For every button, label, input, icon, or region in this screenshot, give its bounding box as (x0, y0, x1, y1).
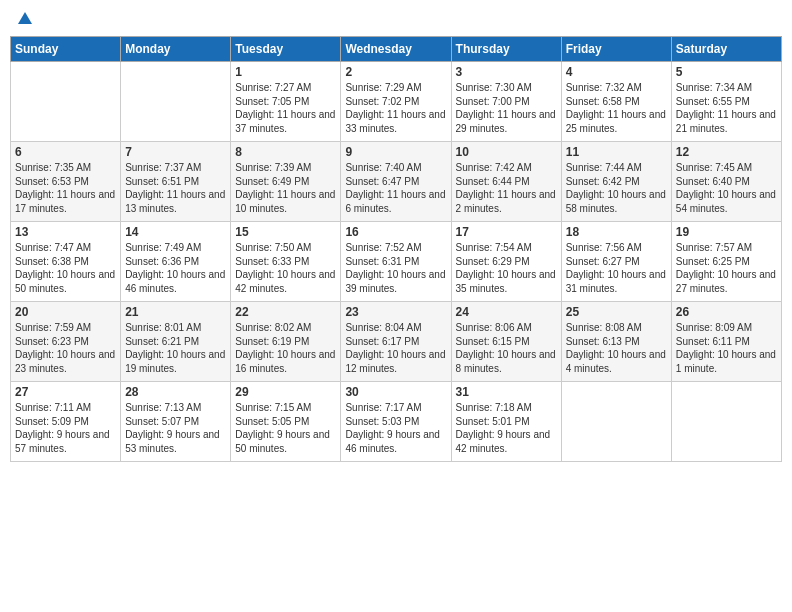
day-number: 1 (235, 65, 336, 79)
day-number: 23 (345, 305, 446, 319)
calendar-cell: 26Sunrise: 8:09 AMSunset: 6:11 PMDayligh… (671, 302, 781, 382)
day-info: Sunrise: 7:54 AMSunset: 6:29 PMDaylight:… (456, 241, 557, 295)
calendar-cell: 12Sunrise: 7:45 AMSunset: 6:40 PMDayligh… (671, 142, 781, 222)
calendar-cell: 5Sunrise: 7:34 AMSunset: 6:55 PMDaylight… (671, 62, 781, 142)
day-info: Sunrise: 7:56 AMSunset: 6:27 PMDaylight:… (566, 241, 667, 295)
calendar-cell: 31Sunrise: 7:18 AMSunset: 5:01 PMDayligh… (451, 382, 561, 462)
day-number: 14 (125, 225, 226, 239)
calendar-cell: 11Sunrise: 7:44 AMSunset: 6:42 PMDayligh… (561, 142, 671, 222)
day-number: 20 (15, 305, 116, 319)
day-info: Sunrise: 7:59 AMSunset: 6:23 PMDaylight:… (15, 321, 116, 375)
calendar-cell: 20Sunrise: 7:59 AMSunset: 6:23 PMDayligh… (11, 302, 121, 382)
day-info: Sunrise: 7:57 AMSunset: 6:25 PMDaylight:… (676, 241, 777, 295)
day-number: 9 (345, 145, 446, 159)
day-info: Sunrise: 7:52 AMSunset: 6:31 PMDaylight:… (345, 241, 446, 295)
day-info: Sunrise: 8:04 AMSunset: 6:17 PMDaylight:… (345, 321, 446, 375)
calendar-cell: 2Sunrise: 7:29 AMSunset: 7:02 PMDaylight… (341, 62, 451, 142)
day-info: Sunrise: 7:49 AMSunset: 6:36 PMDaylight:… (125, 241, 226, 295)
calendar-cell: 22Sunrise: 8:02 AMSunset: 6:19 PMDayligh… (231, 302, 341, 382)
day-info: Sunrise: 7:17 AMSunset: 5:03 PMDaylight:… (345, 401, 446, 455)
day-number: 2 (345, 65, 446, 79)
weekday-header: Wednesday (341, 37, 451, 62)
weekday-header: Monday (121, 37, 231, 62)
day-info: Sunrise: 7:39 AMSunset: 6:49 PMDaylight:… (235, 161, 336, 215)
calendar-cell: 16Sunrise: 7:52 AMSunset: 6:31 PMDayligh… (341, 222, 451, 302)
weekday-header: Saturday (671, 37, 781, 62)
day-info: Sunrise: 8:09 AMSunset: 6:11 PMDaylight:… (676, 321, 777, 375)
weekday-header: Friday (561, 37, 671, 62)
day-info: Sunrise: 7:32 AMSunset: 6:58 PMDaylight:… (566, 81, 667, 135)
day-number: 17 (456, 225, 557, 239)
day-info: Sunrise: 7:13 AMSunset: 5:07 PMDaylight:… (125, 401, 226, 455)
weekday-header: Tuesday (231, 37, 341, 62)
day-number: 19 (676, 225, 777, 239)
day-number: 5 (676, 65, 777, 79)
day-number: 29 (235, 385, 336, 399)
day-info: Sunrise: 7:50 AMSunset: 6:33 PMDaylight:… (235, 241, 336, 295)
day-info: Sunrise: 7:40 AMSunset: 6:47 PMDaylight:… (345, 161, 446, 215)
calendar-cell: 21Sunrise: 8:01 AMSunset: 6:21 PMDayligh… (121, 302, 231, 382)
day-info: Sunrise: 7:11 AMSunset: 5:09 PMDaylight:… (15, 401, 116, 455)
day-number: 22 (235, 305, 336, 319)
calendar-cell (11, 62, 121, 142)
day-number: 12 (676, 145, 777, 159)
day-info: Sunrise: 7:27 AMSunset: 7:05 PMDaylight:… (235, 81, 336, 135)
calendar-cell: 29Sunrise: 7:15 AMSunset: 5:05 PMDayligh… (231, 382, 341, 462)
day-number: 16 (345, 225, 446, 239)
day-info: Sunrise: 7:18 AMSunset: 5:01 PMDaylight:… (456, 401, 557, 455)
day-info: Sunrise: 8:06 AMSunset: 6:15 PMDaylight:… (456, 321, 557, 375)
svg-marker-0 (18, 12, 32, 24)
weekday-header: Sunday (11, 37, 121, 62)
day-info: Sunrise: 7:42 AMSunset: 6:44 PMDaylight:… (456, 161, 557, 215)
calendar-cell: 1Sunrise: 7:27 AMSunset: 7:05 PMDaylight… (231, 62, 341, 142)
calendar-cell: 28Sunrise: 7:13 AMSunset: 5:07 PMDayligh… (121, 382, 231, 462)
day-number: 11 (566, 145, 667, 159)
logo (14, 10, 34, 28)
calendar-cell: 15Sunrise: 7:50 AMSunset: 6:33 PMDayligh… (231, 222, 341, 302)
calendar-cell: 25Sunrise: 8:08 AMSunset: 6:13 PMDayligh… (561, 302, 671, 382)
calendar-cell: 24Sunrise: 8:06 AMSunset: 6:15 PMDayligh… (451, 302, 561, 382)
calendar-cell: 27Sunrise: 7:11 AMSunset: 5:09 PMDayligh… (11, 382, 121, 462)
calendar-cell: 9Sunrise: 7:40 AMSunset: 6:47 PMDaylight… (341, 142, 451, 222)
day-number: 18 (566, 225, 667, 239)
day-number: 8 (235, 145, 336, 159)
day-number: 24 (456, 305, 557, 319)
day-info: Sunrise: 7:30 AMSunset: 7:00 PMDaylight:… (456, 81, 557, 135)
day-number: 21 (125, 305, 226, 319)
day-number: 3 (456, 65, 557, 79)
day-info: Sunrise: 8:08 AMSunset: 6:13 PMDaylight:… (566, 321, 667, 375)
day-number: 25 (566, 305, 667, 319)
calendar-cell: 23Sunrise: 8:04 AMSunset: 6:17 PMDayligh… (341, 302, 451, 382)
day-number: 26 (676, 305, 777, 319)
day-number: 30 (345, 385, 446, 399)
page-header (10, 10, 782, 28)
calendar-cell: 8Sunrise: 7:39 AMSunset: 6:49 PMDaylight… (231, 142, 341, 222)
calendar-cell: 7Sunrise: 7:37 AMSunset: 6:51 PMDaylight… (121, 142, 231, 222)
calendar-cell (671, 382, 781, 462)
weekday-header: Thursday (451, 37, 561, 62)
day-number: 15 (235, 225, 336, 239)
calendar-cell: 14Sunrise: 7:49 AMSunset: 6:36 PMDayligh… (121, 222, 231, 302)
calendar-cell: 4Sunrise: 7:32 AMSunset: 6:58 PMDaylight… (561, 62, 671, 142)
calendar-cell: 3Sunrise: 7:30 AMSunset: 7:00 PMDaylight… (451, 62, 561, 142)
calendar-cell (561, 382, 671, 462)
day-info: Sunrise: 7:34 AMSunset: 6:55 PMDaylight:… (676, 81, 777, 135)
calendar-cell: 13Sunrise: 7:47 AMSunset: 6:38 PMDayligh… (11, 222, 121, 302)
calendar-cell: 6Sunrise: 7:35 AMSunset: 6:53 PMDaylight… (11, 142, 121, 222)
day-info: Sunrise: 8:01 AMSunset: 6:21 PMDaylight:… (125, 321, 226, 375)
day-info: Sunrise: 7:35 AMSunset: 6:53 PMDaylight:… (15, 161, 116, 215)
day-info: Sunrise: 7:47 AMSunset: 6:38 PMDaylight:… (15, 241, 116, 295)
day-number: 13 (15, 225, 116, 239)
day-number: 28 (125, 385, 226, 399)
calendar-cell: 10Sunrise: 7:42 AMSunset: 6:44 PMDayligh… (451, 142, 561, 222)
calendar-cell: 18Sunrise: 7:56 AMSunset: 6:27 PMDayligh… (561, 222, 671, 302)
calendar-cell: 30Sunrise: 7:17 AMSunset: 5:03 PMDayligh… (341, 382, 451, 462)
day-info: Sunrise: 7:37 AMSunset: 6:51 PMDaylight:… (125, 161, 226, 215)
day-number: 27 (15, 385, 116, 399)
day-number: 4 (566, 65, 667, 79)
logo-icon (16, 10, 34, 28)
day-info: Sunrise: 8:02 AMSunset: 6:19 PMDaylight:… (235, 321, 336, 375)
day-info: Sunrise: 7:45 AMSunset: 6:40 PMDaylight:… (676, 161, 777, 215)
calendar-table: SundayMondayTuesdayWednesdayThursdayFrid… (10, 36, 782, 462)
day-number: 7 (125, 145, 226, 159)
